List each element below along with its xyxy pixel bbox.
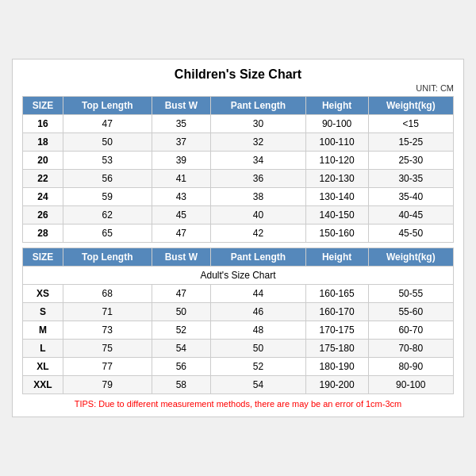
children-cell: 22 [23, 170, 63, 188]
children-cell: 38 [211, 188, 306, 206]
adults-col-pantlength: Pant Length [211, 248, 306, 267]
adults-cell: 70-80 [368, 340, 453, 358]
main-title: Children's Size Chart [22, 67, 454, 82]
adults-cell: 44 [211, 285, 306, 303]
children-data-row: 22564136120-13030-35 [23, 170, 454, 188]
children-data-row: 1647353090-100<15 [23, 115, 454, 133]
children-cell: 56 [63, 170, 152, 188]
children-cell: 37 [152, 133, 211, 152]
children-cell: 16 [23, 115, 63, 133]
adults-header-row: SIZE Top Length Bust W Pant Length Heigh… [23, 248, 454, 267]
children-cell: 120-130 [305, 170, 368, 188]
adults-cell: 180-190 [305, 358, 368, 376]
adults-cell: 52 [211, 358, 306, 376]
adults-cell: 50 [152, 303, 211, 321]
adults-cell: S [23, 303, 63, 321]
adults-table: Adult's Size Chart SIZE Top Length Bust … [22, 248, 454, 394]
adults-data-row: XL775652180-19080-90 [23, 358, 454, 376]
adults-col-toplength: Top Length [63, 248, 152, 267]
adults-cell: 68 [63, 285, 152, 303]
tips-text: TIPS: Due to different measurement metho… [22, 399, 454, 409]
children-cell: 140-150 [305, 206, 368, 225]
children-data-row: 24594338130-14035-40 [23, 188, 454, 206]
children-col-size: SIZE [23, 97, 63, 115]
adults-col-height: Height [305, 248, 368, 267]
adults-cell: 73 [63, 321, 152, 340]
adults-col-size: SIZE [23, 248, 63, 267]
children-cell: 62 [63, 206, 152, 225]
children-cell: 30-35 [368, 170, 453, 188]
adults-data-row: XXL795854190-20090-100 [23, 376, 454, 394]
children-cell: 25-30 [368, 152, 453, 170]
children-cell: 28 [23, 225, 63, 243]
adults-title-row: Adult's Size Chart [23, 267, 454, 285]
children-cell: 39 [152, 152, 211, 170]
adults-cell: 190-200 [305, 376, 368, 394]
adults-cell: 54 [211, 376, 306, 394]
adults-cell: 60-70 [368, 321, 453, 340]
children-cell: 110-120 [305, 152, 368, 170]
adults-cell: 80-90 [368, 358, 453, 376]
adults-cell: 79 [63, 376, 152, 394]
unit-label: UNIT: CM [22, 83, 454, 93]
children-cell: 45 [152, 206, 211, 225]
children-cell: 18 [23, 133, 63, 152]
adults-data-row: L755450175-18070-80 [23, 340, 454, 358]
adults-col-weight: Weight(kg) [368, 248, 453, 267]
children-cell: 47 [63, 115, 152, 133]
children-col-weight: Weight(kg) [368, 97, 453, 115]
children-cell: 65 [63, 225, 152, 243]
adults-cell: XL [23, 358, 63, 376]
adults-cell: 71 [63, 303, 152, 321]
adults-cell: 75 [63, 340, 152, 358]
children-cell: 41 [152, 170, 211, 188]
adults-data-row: S715046160-17055-60 [23, 303, 454, 321]
children-header-row: SIZE Top Length Bust W Pant Length Heigh… [23, 97, 454, 115]
adults-cell: 58 [152, 376, 211, 394]
children-data-row: 18503732100-11015-25 [23, 133, 454, 152]
children-cell: 53 [63, 152, 152, 170]
adults-cell: 52 [152, 321, 211, 340]
children-cell: 15-25 [368, 133, 453, 152]
children-table: SIZE Top Length Bust W Pant Length Heigh… [22, 96, 454, 243]
adults-cell: 175-180 [305, 340, 368, 358]
adults-cell: XXL [23, 376, 63, 394]
children-cell: 42 [211, 225, 306, 243]
children-cell: 26 [23, 206, 63, 225]
children-body: 1647353090-100<1518503732100-11015-25205… [23, 115, 454, 243]
adults-cell: XS [23, 285, 63, 303]
children-cell: 36 [211, 170, 306, 188]
children-cell: 100-110 [305, 133, 368, 152]
children-col-toplength: Top Length [63, 97, 152, 115]
adults-cell: 160-170 [305, 303, 368, 321]
children-cell: 35-40 [368, 188, 453, 206]
children-cell: <15 [368, 115, 453, 133]
children-cell: 45-50 [368, 225, 453, 243]
children-cell: 150-160 [305, 225, 368, 243]
adults-cell: 160-165 [305, 285, 368, 303]
adults-cell: 77 [63, 358, 152, 376]
adults-cell: 50-55 [368, 285, 453, 303]
adults-col-bustw: Bust W [152, 248, 211, 267]
adults-data-row: XS684744160-16550-55 [23, 285, 454, 303]
adults-cell: 56 [152, 358, 211, 376]
adults-body: XS684744160-16550-55S715046160-17055-60M… [23, 285, 454, 394]
adults-title: Adult's Size Chart [23, 267, 454, 285]
children-cell: 30 [211, 115, 306, 133]
children-cell: 20 [23, 152, 63, 170]
adults-cell: 47 [152, 285, 211, 303]
children-col-height: Height [305, 97, 368, 115]
chart-container: Children's Size Chart UNIT: CM SIZE Top … [12, 59, 464, 417]
children-cell: 43 [152, 188, 211, 206]
adults-cell: 170-175 [305, 321, 368, 340]
children-cell: 32 [211, 133, 306, 152]
children-cell: 35 [152, 115, 211, 133]
children-data-row: 28654742150-16045-50 [23, 225, 454, 243]
adults-cell: M [23, 321, 63, 340]
children-cell: 59 [63, 188, 152, 206]
adults-cell: 50 [211, 340, 306, 358]
children-cell: 40-45 [368, 206, 453, 225]
adults-cell: L [23, 340, 63, 358]
children-col-pantlength: Pant Length [211, 97, 306, 115]
children-cell: 90-100 [305, 115, 368, 133]
